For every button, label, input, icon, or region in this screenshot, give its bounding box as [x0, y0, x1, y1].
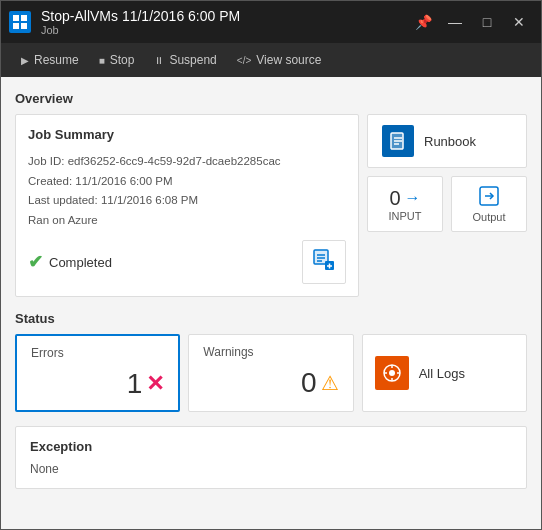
- status-section-label: Status: [15, 311, 527, 326]
- svg-rect-3: [21, 23, 27, 29]
- input-inner: 0 → INPUT: [389, 187, 422, 222]
- title-text: Stop-AllVMs 11/1/2016 6:00 PM Job: [41, 8, 401, 36]
- completed-label: Completed: [49, 255, 112, 270]
- svg-rect-0: [13, 15, 19, 21]
- warnings-label: Warnings: [203, 345, 338, 359]
- error-x-icon: ✕: [146, 371, 164, 397]
- errors-count: 1: [127, 368, 143, 400]
- warnings-count: 0: [301, 367, 317, 399]
- checklist-icon: [311, 247, 337, 278]
- overview-grid: Job Summary Job ID: edf36252-6cc9-4c59-9…: [15, 114, 527, 297]
- runbook-card[interactable]: Runbook: [367, 114, 527, 168]
- exception-card: Exception None: [15, 426, 527, 489]
- errors-card[interactable]: Errors 1 ✕: [15, 334, 180, 412]
- overview-section-label: Overview: [15, 91, 527, 106]
- last-updated: Last updated: 11/1/2016 6:08 PM: [28, 191, 346, 211]
- minimize-button[interactable]: —: [441, 8, 469, 36]
- input-count: 0: [389, 187, 400, 210]
- output-inner: Output: [472, 185, 505, 223]
- close-button[interactable]: ✕: [505, 8, 533, 36]
- all-logs-label: All Logs: [419, 366, 465, 381]
- all-logs-icon: [375, 356, 409, 390]
- errors-value-row: 1 ✕: [31, 368, 164, 400]
- stop-icon: ■: [99, 55, 105, 66]
- window-subtitle: Job: [41, 24, 401, 36]
- title-bar: Stop-AllVMs 11/1/2016 6:00 PM Job 📌 — □ …: [1, 1, 541, 43]
- warnings-value-row: 0 ⚠: [203, 367, 338, 399]
- checklist-icon-card: [302, 240, 346, 284]
- view-source-label: View source: [256, 53, 321, 67]
- status-grid: Errors 1 ✕ Warnings 0 ⚠: [15, 334, 527, 412]
- input-label: INPUT: [389, 210, 422, 222]
- job-summary-meta: Job ID: edf36252-6cc9-4c59-92d7-dcaeb228…: [28, 152, 346, 230]
- svg-rect-1: [21, 15, 27, 21]
- errors-label: Errors: [31, 346, 164, 360]
- right-column: Runbook 0 → INPUT: [367, 114, 527, 297]
- svg-rect-2: [13, 23, 19, 29]
- suspend-icon: ⏸: [154, 55, 164, 66]
- check-icon: ✔: [28, 251, 43, 273]
- suspend-button[interactable]: ⏸ Suspend: [146, 49, 224, 71]
- view-source-button[interactable]: </> View source: [229, 49, 330, 71]
- svg-point-19: [389, 370, 395, 376]
- warnings-card[interactable]: Warnings 0 ⚠: [188, 334, 353, 412]
- maximize-button[interactable]: □: [473, 8, 501, 36]
- window-controls: 📌 — □ ✕: [409, 8, 533, 36]
- output-card[interactable]: Output: [451, 176, 527, 232]
- resume-button[interactable]: ▶ Resume: [13, 49, 87, 71]
- window: Stop-AllVMs 11/1/2016 6:00 PM Job 📌 — □ …: [0, 0, 542, 530]
- suspend-label: Suspend: [169, 53, 216, 67]
- code-icon: </>: [237, 55, 251, 66]
- job-summary-card: Job Summary Job ID: edf36252-6cc9-4c59-9…: [15, 114, 359, 297]
- runbook-icon: [382, 125, 414, 157]
- output-top: [478, 185, 500, 211]
- window-title: Stop-AllVMs 11/1/2016 6:00 PM: [41, 8, 401, 24]
- status-section: Status Errors 1 ✕ Warnings 0 ⚠: [15, 311, 527, 412]
- main-content: Overview Job Summary Job ID: edf36252-6c…: [1, 77, 541, 529]
- input-card[interactable]: 0 → INPUT: [367, 176, 443, 232]
- resume-label: Resume: [34, 53, 79, 67]
- pin-button[interactable]: 📌: [409, 8, 437, 36]
- created: Created: 11/1/2016 6:00 PM: [28, 172, 346, 192]
- warning-triangle-icon: ⚠: [321, 371, 339, 395]
- input-top: 0 →: [389, 187, 420, 210]
- input-arrow-icon: →: [405, 189, 421, 207]
- exception-value: None: [30, 462, 512, 476]
- io-row: 0 → INPUT: [367, 176, 527, 232]
- job-summary-title: Job Summary: [28, 127, 346, 142]
- status-completed: ✔ Completed: [28, 251, 112, 273]
- exception-title: Exception: [30, 439, 512, 454]
- job-summary-status: ✔ Completed: [28, 240, 346, 284]
- stop-button[interactable]: ■ Stop: [91, 49, 143, 71]
- job-id: Job ID: edf36252-6cc9-4c59-92d7-dcaeb228…: [28, 152, 346, 172]
- output-arrow-icon: [478, 185, 500, 211]
- ran-on: Ran on Azure: [28, 211, 346, 231]
- stop-label: Stop: [110, 53, 135, 67]
- toolbar: ▶ Resume ■ Stop ⏸ Suspend </> View sourc…: [1, 43, 541, 77]
- resume-icon: ▶: [21, 55, 29, 66]
- output-label: Output: [472, 211, 505, 223]
- app-icon: [9, 11, 31, 33]
- all-logs-card[interactable]: All Logs: [362, 334, 527, 412]
- runbook-label: Runbook: [424, 134, 476, 149]
